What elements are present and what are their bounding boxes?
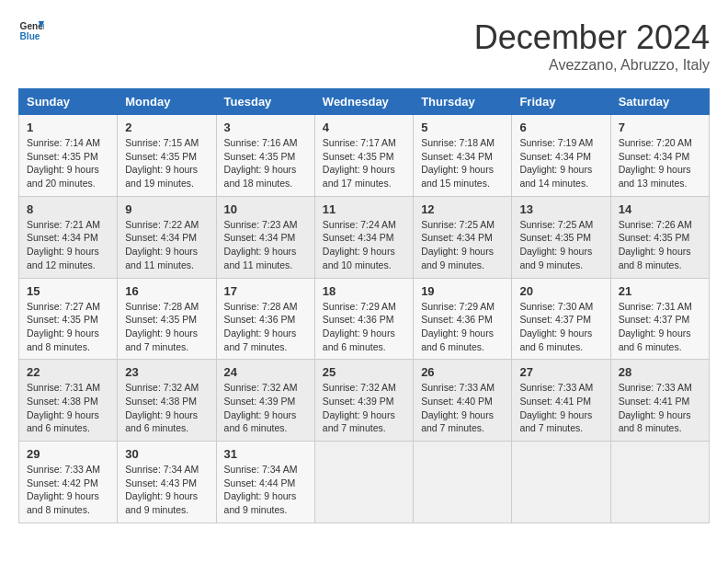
table-row: 25 Sunrise: 7:32 AMSunset: 4:39 PMDaylig… [314, 360, 413, 442]
table-row [414, 442, 512, 523]
table-row: 27 Sunrise: 7:33 AMSunset: 4:41 PMDaylig… [512, 360, 610, 442]
table-row: 11 Sunrise: 7:24 AMSunset: 4:34 PMDaylig… [314, 196, 413, 278]
logo-icon: General Blue [18, 18, 44, 44]
table-row: 2 Sunrise: 7:15 AMSunset: 4:35 PMDayligh… [118, 115, 216, 197]
calendar-week-row: 15 Sunrise: 7:27 AMSunset: 4:35 PMDaylig… [19, 278, 710, 360]
calendar-week-row: 8 Sunrise: 7:21 AMSunset: 4:34 PMDayligh… [19, 196, 710, 278]
header: General Blue December 2024 Avezzano, Abr… [18, 18, 710, 74]
table-row: 13 Sunrise: 7:25 AMSunset: 4:35 PMDaylig… [512, 196, 610, 278]
col-saturday: Saturday [610, 89, 709, 115]
table-row [512, 442, 610, 523]
col-sunday: Sunday [19, 89, 118, 115]
table-row: 22 Sunrise: 7:31 AMSunset: 4:38 PMDaylig… [19, 360, 118, 442]
calendar-week-row: 22 Sunrise: 7:31 AMSunset: 4:38 PMDaylig… [19, 360, 710, 442]
col-monday: Monday [118, 89, 216, 115]
calendar-header-row: Sunday Monday Tuesday Wednesday Thursday… [19, 89, 710, 115]
logo: General Blue [18, 18, 44, 44]
table-row: 26 Sunrise: 7:33 AMSunset: 4:40 PMDaylig… [414, 360, 512, 442]
table-row: 29 Sunrise: 7:33 AMSunset: 4:42 PMDaylig… [19, 442, 118, 523]
table-row: 21 Sunrise: 7:31 AMSunset: 4:37 PMDaylig… [610, 278, 709, 360]
table-row: 4 Sunrise: 7:17 AMSunset: 4:35 PMDayligh… [314, 115, 413, 197]
table-row: 16 Sunrise: 7:28 AMSunset: 4:35 PMDaylig… [118, 278, 216, 360]
svg-text:Blue: Blue [20, 31, 40, 41]
title-area: December 2024 Avezzano, Abruzzo, Italy [474, 18, 710, 74]
table-row [314, 442, 413, 523]
table-row: 6 Sunrise: 7:19 AMSunset: 4:34 PMDayligh… [512, 115, 610, 197]
table-row: 30 Sunrise: 7:34 AMSunset: 4:43 PMDaylig… [118, 442, 216, 523]
table-row: 7 Sunrise: 7:20 AMSunset: 4:34 PMDayligh… [610, 115, 709, 197]
table-row: 10 Sunrise: 7:23 AMSunset: 4:34 PMDaylig… [216, 196, 314, 278]
table-row: 15 Sunrise: 7:27 AMSunset: 4:35 PMDaylig… [19, 278, 118, 360]
calendar-table: Sunday Monday Tuesday Wednesday Thursday… [18, 88, 710, 523]
col-wednesday: Wednesday [314, 89, 413, 115]
table-row: 8 Sunrise: 7:21 AMSunset: 4:34 PMDayligh… [19, 196, 118, 278]
table-row: 14 Sunrise: 7:26 AMSunset: 4:35 PMDaylig… [610, 196, 709, 278]
calendar-week-row: 29 Sunrise: 7:33 AMSunset: 4:42 PMDaylig… [19, 442, 710, 523]
table-row: 28 Sunrise: 7:33 AMSunset: 4:41 PMDaylig… [610, 360, 709, 442]
table-row: 23 Sunrise: 7:32 AMSunset: 4:38 PMDaylig… [118, 360, 216, 442]
col-tuesday: Tuesday [216, 89, 314, 115]
table-row: 5 Sunrise: 7:18 AMSunset: 4:34 PMDayligh… [414, 115, 512, 197]
table-row: 3 Sunrise: 7:16 AMSunset: 4:35 PMDayligh… [216, 115, 314, 197]
table-row: 12 Sunrise: 7:25 AMSunset: 4:34 PMDaylig… [414, 196, 512, 278]
col-friday: Friday [512, 89, 610, 115]
table-row: 18 Sunrise: 7:29 AMSunset: 4:36 PMDaylig… [314, 278, 413, 360]
col-thursday: Thursday [414, 89, 512, 115]
table-row [610, 442, 709, 523]
month-title: December 2024 [474, 18, 710, 57]
table-row: 17 Sunrise: 7:28 AMSunset: 4:36 PMDaylig… [216, 278, 314, 360]
table-row: 20 Sunrise: 7:30 AMSunset: 4:37 PMDaylig… [512, 278, 610, 360]
table-row: 19 Sunrise: 7:29 AMSunset: 4:36 PMDaylig… [414, 278, 512, 360]
table-row: 1 Sunrise: 7:14 AMSunset: 4:35 PMDayligh… [19, 115, 118, 197]
table-row: 9 Sunrise: 7:22 AMSunset: 4:34 PMDayligh… [118, 196, 216, 278]
calendar-week-row: 1 Sunrise: 7:14 AMSunset: 4:35 PMDayligh… [19, 115, 710, 197]
location-title: Avezzano, Abruzzo, Italy [474, 57, 710, 74]
table-row: 24 Sunrise: 7:32 AMSunset: 4:39 PMDaylig… [216, 360, 314, 442]
table-row: 31 Sunrise: 7:34 AMSunset: 4:44 PMDaylig… [216, 442, 314, 523]
